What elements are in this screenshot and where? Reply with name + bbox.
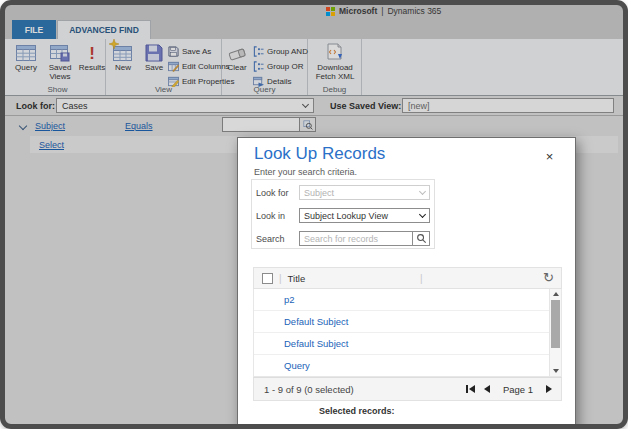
search-icon [416, 233, 427, 244]
look-up-records-dialog: Look Up Records Enter your search criter… [237, 137, 576, 425]
table-row[interactable]: Default Subject [254, 311, 561, 333]
next-page-button[interactable] [546, 385, 552, 393]
dialog-look-for-label: Look for [256, 188, 289, 198]
record-title-link[interactable]: Default Subject [284, 316, 348, 327]
close-button[interactable]: × [542, 149, 557, 164]
refresh-icon[interactable]: ↻ [543, 271, 554, 285]
record-title-link[interactable]: Default Subject [284, 338, 348, 349]
dialog-look-in-value: Subject Lookup View [304, 211, 388, 221]
search-input[interactable] [299, 231, 412, 246]
table-row[interactable]: p2 [254, 289, 561, 311]
scroll-down-arrow-icon[interactable] [550, 366, 561, 376]
pager: Page 1 [466, 384, 552, 395]
previous-page-icon [484, 385, 490, 393]
page-number-label: Page 1 [503, 384, 533, 395]
chevron-down-icon [419, 188, 426, 195]
dialog-look-in-label: Look in [256, 211, 285, 221]
dialog-search-label: Search [256, 234, 285, 244]
column-divider: | [420, 273, 423, 284]
dynamics-advanced-find-window: Microsoft | Dynamics 365 FILE ADVANCED F… [4, 4, 624, 425]
chevron-down-icon [419, 211, 426, 218]
first-page-button[interactable] [466, 385, 475, 393]
column-divider: | [279, 273, 282, 284]
grid-body: p2 Default Subject Default Subject Query [253, 289, 562, 377]
select-all-checkbox[interactable] [262, 273, 273, 284]
first-page-icon [469, 385, 475, 393]
dialog-look-in-select[interactable]: Subject Lookup View [299, 208, 430, 223]
dialog-look-for-value: Subject [304, 188, 334, 198]
dialog-title: Look Up Records [254, 144, 385, 164]
record-title-link[interactable]: Query [284, 360, 310, 371]
record-title-link[interactable]: p2 [284, 294, 295, 305]
scroll-up-arrow-icon[interactable] [550, 289, 561, 299]
scrollbar-thumb[interactable] [551, 300, 560, 348]
grid-header: | Title | ↻ [253, 267, 562, 289]
grid-footer: 1 - 9 of 9 (0 selected) Page 1 [253, 377, 562, 401]
column-header-title[interactable]: Title [288, 273, 306, 284]
table-row[interactable]: Query [254, 355, 561, 377]
selected-records-label: Selected records: [319, 406, 395, 416]
screenshot-frame: Microsoft | Dynamics 365 FILE ADVANCED F… [0, 0, 628, 429]
search-criteria-panel: Look for Subject Look in Subject Lookup … [251, 179, 435, 249]
next-page-icon [546, 385, 552, 393]
results-grid: | Title | ↻ p2 Default Subject Default S… [253, 267, 562, 401]
vertical-scrollbar[interactable] [549, 289, 561, 376]
search-button[interactable] [412, 231, 430, 246]
previous-page-button[interactable] [484, 385, 490, 393]
table-row[interactable]: Default Subject [254, 333, 561, 355]
dialog-subtitle: Enter your search criteria. [254, 167, 357, 177]
record-count-status: 1 - 9 of 9 (0 selected) [264, 384, 354, 395]
dialog-look-for-select[interactable]: Subject [299, 185, 430, 200]
